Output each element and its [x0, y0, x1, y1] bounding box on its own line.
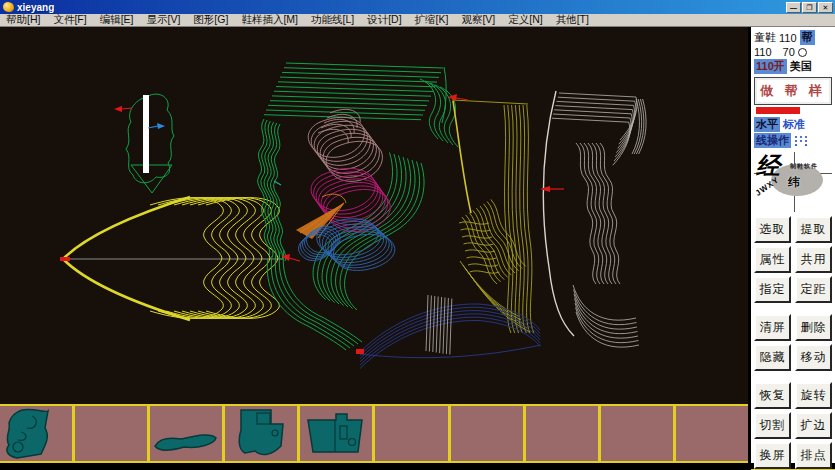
- thumbnail-cell-sole[interactable]: [150, 406, 225, 461]
- menu-file[interactable]: 文件[F]: [53, 13, 86, 27]
- hide-button[interactable]: 隐藏: [754, 344, 791, 371]
- mode-row: 水平 标准: [754, 117, 832, 132]
- pattern-thumbnail-strip: [0, 404, 748, 463]
- title-bar: xieyang — ❐ ✕: [0, 0, 835, 14]
- close-button[interactable]: ✕: [818, 2, 833, 13]
- window-title: xieyang: [17, 2, 785, 13]
- shared-button[interactable]: 共用: [795, 246, 832, 273]
- yellow-arrow-piece: [60, 197, 283, 320]
- mode-standard-toggle[interactable]: 标准: [783, 117, 805, 132]
- red-marker-5: [356, 349, 364, 354]
- menu-help[interactable]: 帮助[H]: [6, 13, 40, 27]
- thumbnail-cell-empty-2[interactable]: [375, 406, 450, 461]
- line-op-row: 线操作: [754, 133, 832, 148]
- switch-screen-button[interactable]: 换屏: [754, 442, 791, 469]
- app-icon: [3, 2, 14, 12]
- tool-button-grid: 选取 提取 属性 共用 指定 定距 清屏 删除 隐藏 移动 恢复 旋转 切割 扩…: [754, 216, 832, 469]
- white-crescent-piece: [540, 91, 646, 347]
- line-op-grid-icon[interactable]: [794, 135, 808, 146]
- assign-button[interactable]: 指定: [754, 276, 791, 303]
- blue-marker: [148, 123, 165, 129]
- green-hatch-piece: [114, 94, 174, 193]
- minimize-button[interactable]: —: [786, 2, 801, 13]
- part-tag-badge[interactable]: 帮: [800, 30, 815, 45]
- thumbnail-cell-empty-4[interactable]: [526, 406, 601, 461]
- menu-insert-pattern[interactable]: 鞋样插入[M]: [241, 13, 298, 27]
- expand-edge-button[interactable]: 扩边: [795, 412, 832, 439]
- make-upper-pattern-button[interactable]: 做 帮 样: [754, 77, 832, 105]
- clear-screen-button[interactable]: 清屏: [754, 314, 791, 341]
- mode-horizontal-toggle[interactable]: 水平: [754, 117, 780, 132]
- value-1: 110: [754, 46, 772, 58]
- shoe-type-label: 童鞋: [754, 30, 776, 45]
- blue-sole-piece: [356, 295, 541, 369]
- jingwei-logo: 经 制鞋软件 纬 JWXY: [754, 152, 832, 212]
- red-progress-bar: [756, 107, 800, 114]
- design-canvas[interactable]: [0, 27, 748, 404]
- select-button[interactable]: 选取: [754, 216, 791, 243]
- olive-piece: [448, 94, 534, 333]
- menu-edit[interactable]: 编辑[E]: [100, 13, 134, 27]
- maximize-button[interactable]: ❐: [802, 2, 817, 13]
- app-window: xieyang — ❐ ✕ 帮助[H] 文件[F] 编辑[E] 显示[V] 图形…: [0, 0, 835, 470]
- arrange-points-button[interactable]: 排点: [795, 442, 832, 469]
- value-2: 70: [783, 46, 795, 58]
- menu-scale[interactable]: 扩缩[K]: [415, 13, 449, 27]
- properties-button[interactable]: 属性: [754, 246, 791, 273]
- shoe-info-row-2: 110 70: [754, 46, 832, 58]
- shoe-info-row-1: 童鞋 110 帮: [754, 30, 832, 45]
- menu-other[interactable]: 其他[T]: [556, 13, 589, 27]
- logo-small-text: 制鞋软件: [790, 162, 818, 171]
- thumbnail-cell-boot-quarter[interactable]: [0, 406, 75, 461]
- line-op-toggle[interactable]: 线操作: [754, 133, 791, 148]
- red-marker-tip: [60, 257, 70, 261]
- logo-char-wei: 纬: [788, 174, 800, 191]
- thumbnail-cell-boot-back[interactable]: [225, 406, 300, 461]
- extract-button[interactable]: 提取: [795, 216, 832, 243]
- thumbnail-cell-counter[interactable]: [300, 406, 375, 461]
- menu-design[interactable]: 设计[D]: [367, 13, 401, 27]
- menu-define[interactable]: 定义[N]: [508, 13, 542, 27]
- tool-sidebar: 童鞋 110 帮 110 70 110开 美国 做 帮 样 水平 标准: [748, 27, 835, 463]
- shoe-info-row-3: 110开 美国: [754, 59, 832, 74]
- menu-bar: 帮助[H] 文件[F] 编辑[E] 显示[V] 图形[G] 鞋样插入[M] 功能…: [0, 14, 835, 27]
- rotate-button[interactable]: 旋转: [795, 382, 832, 409]
- region-label: 美国: [790, 59, 812, 74]
- move-button[interactable]: 移动: [795, 344, 832, 371]
- thumbnail-cell-empty-3[interactable]: [451, 406, 526, 461]
- fixed-distance-button[interactable]: 定距: [795, 276, 832, 303]
- thumbnail-cell-empty-1[interactable]: [75, 406, 150, 461]
- red-marker-1: [114, 106, 132, 112]
- thumbnail-cell-empty-5[interactable]: [601, 406, 676, 461]
- menu-graphics[interactable]: 图形[G]: [193, 13, 228, 27]
- last-tag-badge[interactable]: 110开: [754, 59, 787, 74]
- restore-button[interactable]: 恢复: [754, 382, 791, 409]
- circle-indicator-icon[interactable]: [798, 48, 807, 57]
- delete-button[interactable]: 删除: [795, 314, 832, 341]
- canvas-drawing: [0, 27, 746, 404]
- bottom-black-bar: [0, 463, 835, 470]
- menu-view[interactable]: 显示[V]: [147, 13, 181, 27]
- menu-observe[interactable]: 观察[V]: [461, 13, 495, 27]
- menu-function-line[interactable]: 功能线[L]: [311, 13, 354, 27]
- cut-button[interactable]: 切割: [754, 412, 791, 439]
- shoe-size-label: 110: [779, 32, 797, 44]
- thumbnail-cell-empty-6[interactable]: [676, 406, 748, 461]
